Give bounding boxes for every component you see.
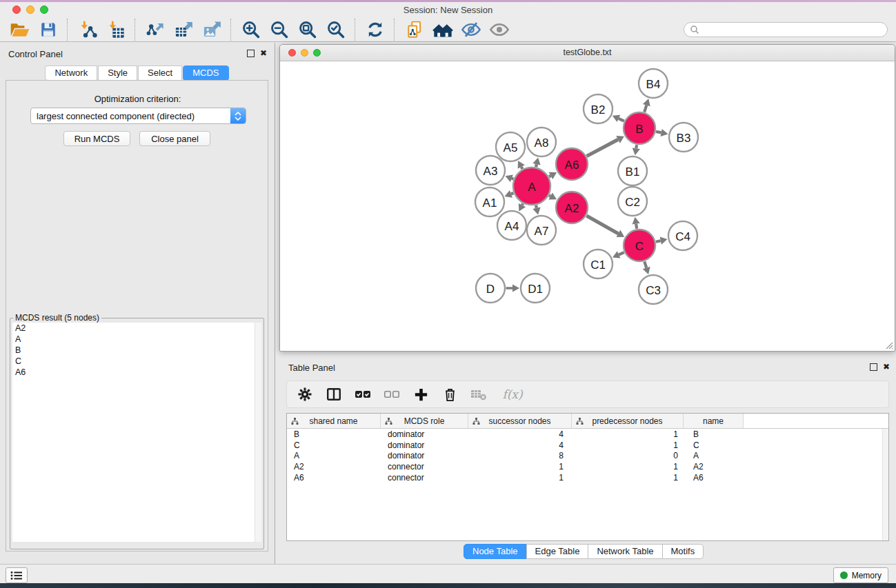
graph-node-A5[interactable]: A5: [496, 132, 525, 161]
graph-node-D[interactable]: D: [476, 274, 505, 303]
table-cell[interactable]: 1: [468, 462, 572, 472]
table-cell[interactable]: dominator: [381, 429, 468, 439]
table-cell[interactable]: 8: [468, 451, 572, 460]
import-table-button[interactable]: [101, 18, 130, 41]
table-cell[interactable]: 1: [572, 429, 684, 439]
table-row[interactable]: A6connector11A6: [287, 472, 888, 483]
graph-node-C3[interactable]: C3: [639, 275, 668, 304]
run-mcds-button[interactable]: Run MCDS: [63, 131, 130, 146]
import-network-button[interactable]: [73, 18, 101, 41]
select-all-button[interactable]: [354, 385, 372, 404]
network-window-titlebar[interactable]: testGlobe.txt: [280, 45, 895, 61]
graph-node-D1[interactable]: D1: [521, 274, 550, 303]
add-column-button[interactable]: [412, 385, 430, 404]
search-input[interactable]: [702, 24, 882, 35]
new-network-from-selection-button[interactable]: [400, 18, 428, 41]
table-row[interactable]: Bdominator41B: [287, 429, 888, 440]
graph-node-C4[interactable]: C4: [668, 221, 697, 250]
table-cell[interactable]: 1: [572, 473, 684, 483]
tab-style[interactable]: Style: [98, 65, 137, 81]
close-network-window-button[interactable]: [288, 49, 296, 57]
zoom-in-button[interactable]: [237, 18, 265, 41]
graph-node-A3[interactable]: A3: [476, 156, 505, 185]
close-table-panel-button[interactable]: ✖: [883, 363, 890, 371]
home-button[interactable]: [428, 18, 457, 41]
table-cell[interactable]: A2: [287, 462, 381, 472]
zoom-fit-button[interactable]: [293, 18, 321, 41]
tab-edge-table[interactable]: Edge Table: [526, 544, 589, 559]
mcds-result-item[interactable]: B: [12, 345, 261, 356]
graph-edge-B-B2[interactable]: [619, 119, 624, 121]
graph-edge-A-A2[interactable]: [549, 195, 550, 196]
mcds-result-item[interactable]: C: [12, 356, 261, 367]
graph-node-A7[interactable]: A7: [527, 216, 556, 245]
memory-button[interactable]: Memory: [833, 567, 888, 583]
table-row[interactable]: A2connector11A2: [287, 461, 888, 472]
graph-edge-A-A8[interactable]: [536, 164, 537, 167]
show-all-button[interactable]: [485, 18, 513, 41]
export-table-button[interactable]: [169, 18, 197, 41]
network-graph[interactable]: AA1A2A3A4A5A6A7A8BB1B2B3B4CC1C2C3C4DD1: [281, 61, 895, 351]
table-cell[interactable]: A6: [684, 473, 744, 483]
optimization-criterion-select[interactable]: largest connected component (directed): [30, 108, 246, 124]
search-box[interactable]: [684, 22, 888, 37]
table-cell[interactable]: 4: [468, 429, 572, 439]
graph-edge-A-A7[interactable]: [536, 205, 537, 208]
graph-edge-C-C4[interactable]: [656, 241, 661, 242]
resize-grip[interactable]: [884, 341, 893, 349]
close-panel-button[interactable]: Close panel: [139, 131, 210, 146]
graph-edge-A-A1[interactable]: [511, 193, 513, 194]
graph-edge-B-B1[interactable]: [636, 145, 637, 148]
mcds-result-item[interactable]: A6: [12, 367, 261, 378]
graph-edge-B-B4[interactable]: [644, 105, 646, 112]
minimize-network-window-button[interactable]: [301, 49, 308, 57]
table-cell[interactable]: A2: [684, 462, 744, 472]
table-row[interactable]: Cdominator41C: [287, 440, 888, 451]
table-cell[interactable]: 1: [572, 462, 684, 472]
table-cell[interactable]: C: [684, 440, 744, 450]
graph-node-A6[interactable]: A6: [556, 148, 588, 180]
tab-mcds[interactable]: MCDS: [183, 65, 228, 81]
graph-node-A2[interactable]: A2: [556, 192, 588, 223]
save-session-button[interactable]: [34, 18, 62, 41]
hide-selected-button[interactable]: [457, 18, 485, 41]
zoom-network-window-button[interactable]: [313, 49, 321, 57]
zoom-out-button[interactable]: [265, 18, 293, 41]
table-row[interactable]: Adominator80A: [287, 451, 888, 462]
network-view-window[interactable]: testGlobe.txt AA1A2A3A4A5A6A7A8BB1B2B3B4…: [279, 44, 895, 352]
graph-edge-A-A4[interactable]: [522, 203, 523, 205]
deselect-all-button[interactable]: [383, 385, 401, 404]
table-cell[interactable]: 0: [572, 451, 684, 460]
graph-edge-A6-B[interactable]: [587, 139, 619, 156]
graph-edge-C-C3[interactable]: [644, 261, 646, 267]
task-history-button[interactable]: [6, 567, 28, 583]
graph-node-A4[interactable]: A4: [497, 211, 526, 240]
table-cell[interactable]: B: [287, 429, 381, 439]
graph-node-C1[interactable]: C1: [584, 250, 613, 278]
column-header-mcds-role[interactable]: MCDS role: [381, 414, 468, 428]
close-panel-x-button[interactable]: ✖: [260, 49, 267, 57]
table-cell[interactable]: B: [684, 429, 744, 439]
tab-node-table[interactable]: Node Table: [464, 544, 527, 559]
table-cell[interactable]: A6: [287, 473, 381, 483]
column-layout-button[interactable]: [325, 385, 343, 404]
float-table-panel-button[interactable]: [870, 363, 877, 371]
graph-edge-A-A5[interactable]: [521, 167, 523, 169]
column-header-shared-name[interactable]: shared name: [287, 414, 381, 428]
mcds-result-list[interactable]: A2ABCA6: [12, 323, 261, 542]
graph-node-B1[interactable]: B1: [618, 156, 647, 185]
export-network-button[interactable]: [141, 18, 169, 41]
graph-node-B[interactable]: B: [624, 112, 655, 144]
table-cell[interactable]: 4: [468, 440, 572, 450]
apply-layout-button[interactable]: [361, 18, 389, 41]
graph-node-A[interactable]: A: [513, 168, 550, 205]
column-header-name[interactable]: name: [684, 414, 744, 428]
graph-edge-C-C2[interactable]: [636, 224, 637, 229]
table-cell[interactable]: 1: [468, 473, 572, 483]
graph-edge-A-A6[interactable]: [549, 176, 550, 176]
graph-node-A1[interactable]: A1: [475, 187, 504, 216]
tab-select[interactable]: Select: [138, 65, 182, 81]
graph-edge-A-A3[interactable]: [512, 179, 514, 179]
graph-edge-B-B3[interactable]: [656, 132, 661, 133]
graph-edge-C-C1[interactable]: [619, 252, 624, 254]
